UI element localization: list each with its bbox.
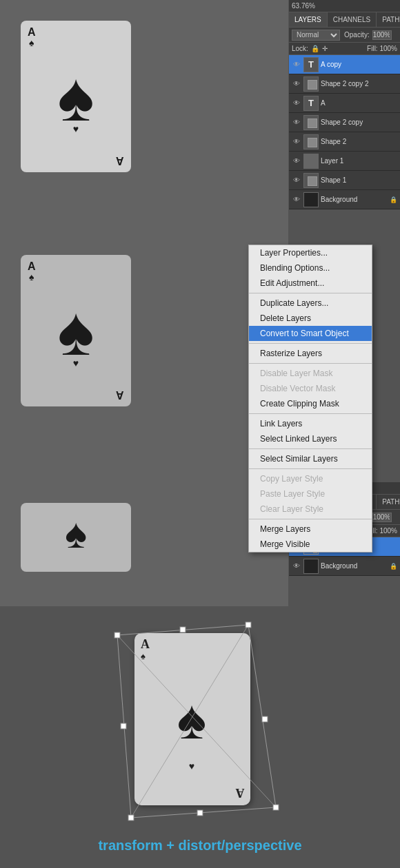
lock-row-1: Lock: 🔒 ✛ Fill: 100%: [289, 43, 400, 55]
tab-channels-1[interactable]: CHANNELS: [328, 12, 377, 27]
lock-2-bg: 🔒: [390, 563, 397, 570]
handle-bl[interactable]: [128, 815, 134, 820]
card-2-ace-bottom-label: A: [116, 389, 124, 401]
layer-item-shape2copy[interactable]: 👁 Shape 2 copy: [289, 113, 400, 132]
layer-name-shape2copy2: Shape 2 copy 2: [321, 80, 397, 87]
card-2: A ♠ ♠ ♥ A: [21, 255, 131, 406]
handle-rm[interactable]: [262, 716, 268, 722]
layer-item-shape1[interactable]: 👁 Shape 1: [289, 171, 400, 190]
menu-copy-layer-style: Copy Layer Style: [249, 471, 372, 486]
card-1-inner: A ♠ ♠ ♥ A: [21, 21, 131, 172]
thumb-a-copy: T: [303, 57, 319, 72]
menu-edit-adjustment[interactable]: Edit Adjustment...: [249, 276, 372, 291]
thumb-shape2: [303, 134, 319, 149]
eye-shape2copy2[interactable]: 👁: [292, 79, 301, 89]
menu-sep-5: [249, 448, 372, 449]
card-3-spade: ♠: [65, 510, 87, 557]
tab-layers-1[interactable]: LAYERS: [289, 12, 328, 27]
menu-sep-7: [249, 519, 372, 519]
diag-line-2: [131, 625, 248, 818]
eye-shape2[interactable]: 👁: [292, 137, 301, 147]
layer-item-bg[interactable]: 👁 Background 🔒: [289, 190, 400, 209]
handle-lm[interactable]: [121, 723, 126, 729]
menu-merge-layers[interactable]: Merge Layers: [249, 521, 372, 537]
tab-paths-2[interactable]: PATHS: [377, 495, 400, 509]
layer-name-2-bg: Background: [321, 562, 388, 570]
handle-br[interactable]: [273, 805, 279, 810]
context-menu: Layer Properties... Blending Options... …: [248, 245, 372, 552]
layer-name-shape1: Shape 1: [321, 176, 397, 184]
layer-name-shape2copy: Shape 2 copy: [321, 118, 397, 126]
bottom-label-text: transform + distort/perspective: [98, 838, 301, 854]
menu-paste-layer-style: Paste Layer Style: [249, 486, 372, 502]
card-1-heart-bottom: ♥: [73, 123, 79, 134]
lock-bg: 🔒: [390, 196, 397, 203]
zoom-bar-1: 63.76%: [289, 0, 400, 12]
card-2-spade-center: ♠: [57, 296, 94, 365]
opacity-label-1: Opacity:: [344, 31, 370, 39]
diag-line-1: [117, 635, 276, 807]
layer-name-layer1: Layer 1: [321, 157, 397, 165]
menu-rasterize-layers[interactable]: Rasterize Layers: [249, 346, 372, 361]
menu-disable-vector-mask: Disable Vector Mask: [249, 381, 372, 396]
tab-paths-1[interactable]: PATHS: [377, 12, 400, 27]
eye-a[interactable]: 👁: [292, 99, 301, 108]
menu-convert-smart-object[interactable]: Convert to Smart Object: [249, 326, 372, 341]
handle-tm[interactable]: [180, 627, 186, 632]
handle-bm[interactable]: [197, 810, 203, 816]
handle-tl[interactable]: [114, 632, 120, 638]
layer-item-a-copy[interactable]: 👁 T A copy: [289, 55, 400, 74]
card-2-spade-top-corner: ♠: [29, 271, 34, 282]
opacity-input-2[interactable]: [372, 513, 392, 522]
layer-item-2-bg[interactable]: 👁 Background 🔒: [289, 557, 400, 576]
eye-2-bg[interactable]: 👁: [292, 561, 301, 571]
card-2-heart-bottom: ♥: [73, 358, 79, 369]
card-2-inner: A ♠ ♠ ♥ A: [21, 255, 131, 406]
menu-select-linked-layers[interactable]: Select Linked Layers: [249, 431, 372, 446]
menu-select-similar-layers[interactable]: Select Similar Layers: [249, 451, 372, 466]
menu-duplicate-layers[interactable]: Duplicate Layers...: [249, 296, 372, 311]
eye-layer1[interactable]: 👁: [292, 156, 301, 166]
menu-sep-1: [249, 293, 372, 293]
panel-tabs-1: LAYERS CHANNELS PATHS: [289, 12, 400, 28]
menu-link-layers[interactable]: Link Layers: [249, 416, 372, 431]
menu-blending-options[interactable]: Blending Options...: [249, 260, 372, 276]
zoom-label-1: 63.76%: [292, 2, 315, 10]
menu-merge-visible[interactable]: Merge Visible: [249, 537, 372, 552]
transform-demo-area: A ♠ ♠ ♥ A: [110, 621, 290, 828]
card-1-spade-center: ♠: [57, 62, 94, 131]
layer-name-shape2: Shape 2: [321, 138, 397, 145]
thumb-a: T: [303, 96, 319, 111]
card-1: A ♠ ♠ ♥ A: [21, 21, 131, 172]
move-icon-1: ✛: [322, 45, 328, 52]
thumb-shape2copy2: [303, 76, 319, 92]
card-1-spade-top-corner: ♠: [29, 37, 34, 48]
eye-shape1[interactable]: 👁: [292, 176, 301, 185]
blend-mode-select-1[interactable]: Normal: [292, 30, 340, 41]
lock-label-1: Lock:: [292, 45, 308, 52]
layers-panel-1: 63.76% LAYERS CHANNELS PATHS Normal Opac…: [288, 0, 400, 209]
menu-layer-properties[interactable]: Layer Properties...: [249, 245, 372, 260]
layer-item-layer1[interactable]: 👁 Layer 1: [289, 152, 400, 171]
thumb-shape1: [303, 173, 319, 188]
layer-item-a[interactable]: 👁 T A: [289, 94, 400, 113]
eye-shape2copy[interactable]: 👁: [292, 118, 301, 127]
menu-sep-6: [249, 468, 372, 469]
eye-a-copy[interactable]: 👁: [292, 60, 301, 70]
opacity-input-1[interactable]: [372, 30, 392, 40]
layer-name-a-copy: A copy: [321, 61, 397, 68]
layer-item-shape2copy2[interactable]: 👁 Shape 2 copy 2: [289, 74, 400, 94]
menu-clear-layer-style: Clear Layer Style: [249, 502, 372, 517]
lock-icon-1: 🔒: [311, 45, 319, 52]
menu-create-clipping-mask[interactable]: Create Clipping Mask: [249, 396, 372, 411]
layer-item-shape2[interactable]: 👁 Shape 2: [289, 132, 400, 152]
thumb-2-bg: [303, 559, 319, 574]
eye-bg[interactable]: 👁: [292, 195, 301, 205]
menu-sep-3: [249, 363, 372, 364]
menu-delete-layers[interactable]: Delete Layers: [249, 311, 372, 326]
handle-tr[interactable]: [246, 622, 251, 628]
thumb-bg: [303, 192, 319, 207]
layer-name-a: A: [321, 99, 397, 107]
thumb-layer1: [303, 154, 319, 169]
transform-handles-svg: [110, 621, 290, 821]
